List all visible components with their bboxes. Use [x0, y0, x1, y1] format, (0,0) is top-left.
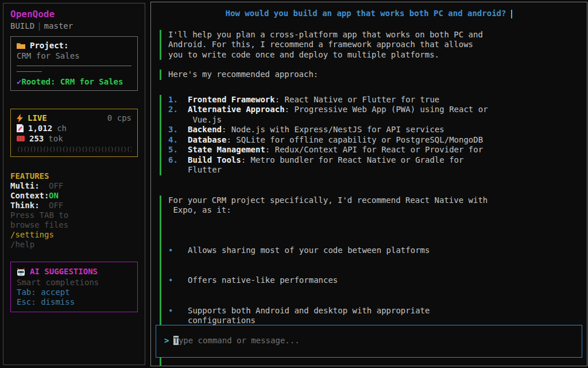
user-question: How would you build an app that works bo…	[160, 9, 578, 18]
chat-panel: How would you build an app that works bo…	[150, 2, 587, 366]
list-item: 4. Database: SQLite for offline capabili…	[168, 135, 578, 145]
project-name: CRM for Sales	[17, 51, 131, 60]
chars-row: 1,012 ch	[17, 123, 131, 133]
rooted-status: ✔Rooted: CRM for Sales	[17, 77, 131, 86]
features-heading: FEATURES	[10, 171, 138, 181]
memo-icon	[17, 124, 24, 132]
tab-hint-line1: Press TAB to	[10, 210, 138, 220]
divider	[17, 66, 131, 66]
feature-toggle-think: Think: OFF	[10, 201, 138, 210]
robot-icon	[17, 268, 25, 276]
folder-icon	[17, 42, 25, 49]
live-label: LIVE	[28, 113, 47, 123]
assistant-approach-heading: Here's my recommended approach:	[160, 70, 578, 80]
build-branch-line: BUILD|master	[10, 21, 138, 30]
esc-dismiss-hint: Esc: dismiss	[17, 297, 131, 307]
text-cursor	[511, 10, 512, 18]
assistant-intro-paragraph: I'll help you plan a cross-platform app …	[160, 30, 578, 60]
bullet-icon: •	[168, 246, 188, 256]
project-label: Project:	[30, 41, 68, 50]
cps-counter: 0 cps	[107, 113, 131, 123]
ai-suggestions-subtitle: Smart completions	[17, 278, 131, 288]
bullet-icon: •	[168, 306, 188, 326]
sidebar: OpenQode BUILD|master Project: CRM for S…	[3, 3, 145, 365]
build-label: BUILD	[10, 21, 34, 30]
help-command[interactable]: /help	[10, 240, 138, 250]
features-section: FEATURES Multi: OFF Context: ON Think: O…	[10, 171, 138, 250]
feature-toggle-multi: Multi: OFF	[10, 181, 138, 191]
lightning-icon	[17, 114, 23, 122]
feature-value: OFF	[49, 181, 63, 191]
ai-suggestions-box: AI SUGGESTIONS Smart completions Tab: ac…	[10, 262, 138, 312]
block-cursor: T	[173, 336, 178, 345]
ai-suggestions-title-row: AI SUGGESTIONS	[17, 267, 131, 277]
assistant-numbered-list: 1. Frontend Framework: React Native or F…	[160, 95, 578, 175]
input-placeholder: ype command or message...	[179, 336, 300, 345]
ticket-icon	[17, 136, 25, 141]
divider-short	[17, 71, 42, 72]
feature-value: ON	[49, 191, 59, 201]
list-item: 2. Alternative Approach: Progressive Web…	[168, 105, 578, 125]
bullet-item: • Offers native-like performances	[168, 275, 578, 286]
tokens-value: 253	[29, 133, 44, 144]
project-label-row: Project:	[17, 41, 131, 50]
rooted-text: Rooted: CRM for Sales	[21, 77, 123, 86]
list-item: 3. Backend: Node.js with Express/NestJS …	[168, 125, 578, 135]
live-title-row: LIVE 0 cps	[17, 113, 131, 123]
settings-command[interactable]: /settings	[10, 230, 138, 240]
list-item: 5. State Management: Redux/Context API f…	[168, 145, 578, 155]
app-brand: OpenQode	[10, 9, 138, 20]
tab-accept-hint: Tab: accept	[17, 288, 131, 297]
tab-hint-line2: browse files	[10, 220, 138, 230]
feature-toggle-context: Context: ON	[10, 191, 138, 201]
separator: |	[34, 21, 44, 30]
prompt-chevron: >	[164, 336, 169, 345]
activity-sparkline: ()()()()()()()()()()()()()()()()()()()()…	[17, 145, 131, 153]
chars-value: 1,012	[28, 123, 52, 133]
list-item: 1. Frontend Framework: React Native or F…	[168, 95, 578, 105]
bullet-item: • Supports both Android and desktop with…	[168, 306, 578, 326]
feature-value: OFF	[49, 201, 63, 210]
project-box: Project: CRM for Sales ✔Rooted: CRM for …	[10, 36, 138, 91]
recommendation-paragraph: For your CRM project specifically, I'd r…	[168, 195, 488, 215]
tokens-row: 253 tok	[17, 133, 131, 144]
ai-suggestions-label: AI SUGGESTIONS	[30, 267, 98, 277]
list-item: 6. Build Tools: Metro bundler for React …	[168, 155, 578, 175]
bullet-item: • Allows sharing most of your code betwe…	[168, 246, 578, 256]
git-branch: master	[44, 21, 74, 30]
tokens-unit: tok	[48, 133, 63, 144]
live-stats-box: LIVE 0 cps 1,012 ch 253 tok ()()()()()()…	[10, 109, 138, 157]
message-input[interactable]: >Type command or message...	[156, 325, 582, 358]
chars-unit: ch	[57, 123, 67, 133]
bullet-icon: •	[168, 275, 188, 286]
